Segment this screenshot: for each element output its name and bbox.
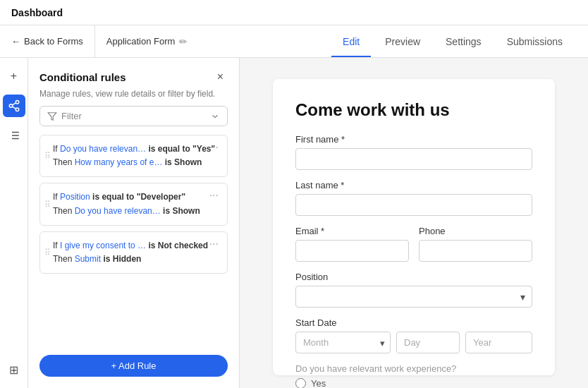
tab-submissions[interactable]: Submissions	[496, 25, 574, 57]
phone-group: Phone	[419, 226, 532, 262]
start-date-group: Start Date Month ▾ Day	[295, 317, 532, 353]
svg-marker-11	[48, 112, 56, 120]
share-button[interactable]	[3, 95, 25, 117]
edit-pencil-icon[interactable]: ✏	[179, 36, 188, 47]
rules-panel-description: Manage rules, view rule details or filte…	[28, 89, 239, 106]
month-select-wrapper: Month ▾	[295, 332, 391, 353]
rule-text: If Position is equal to "Developer" Then…	[53, 190, 220, 217]
rule-text: If Do you have relevan… is equal to "Yes…	[53, 143, 220, 169]
svg-point-2	[16, 108, 19, 111]
rules-panel-title: Conditional rules	[39, 71, 126, 83]
email-phone-row: Email * Phone	[295, 226, 532, 262]
email-input[interactable]	[295, 240, 409, 262]
list-button[interactable]	[3, 124, 25, 147]
position-select-wrapper: ▾	[295, 286, 532, 308]
first-name-group: First name *	[295, 134, 532, 170]
back-to-forms-link[interactable]: ← Back to Forms	[0, 25, 95, 57]
yes-radio[interactable]	[295, 378, 306, 388]
form-preview-area: Come work with us First name * Last name…	[240, 58, 588, 388]
filter-icon	[47, 111, 57, 121]
phone-input[interactable]	[419, 240, 532, 262]
date-row: Month ▾ Day Year	[295, 332, 532, 353]
position-group: Position ▾	[295, 272, 532, 308]
svg-line-3	[12, 107, 16, 109]
filter-placeholder: Filter	[61, 111, 206, 121]
experience-group: Do you have relevant work experience? Ye…	[295, 363, 532, 388]
rule-text: If I give my consent to … is Not checked…	[53, 239, 220, 266]
last-name-group: Last name *	[295, 180, 532, 216]
icon-sidebar: + ⊞	[0, 58, 28, 388]
tab-preview[interactable]: Preview	[374, 25, 431, 57]
drag-handle-icon[interactable]: ⠿	[44, 248, 51, 257]
rule-card: ⠿ ··· If Do you have relevan… is equal t…	[39, 135, 228, 177]
add-element-button[interactable]: +	[3, 65, 25, 87]
experience-radio-group: Yes No	[295, 378, 532, 388]
svg-point-1	[9, 104, 13, 108]
month-select[interactable]: Month	[295, 332, 391, 353]
form-name-label: Application Form	[106, 36, 176, 47]
experience-question-label: Do you have relevant work experience?	[295, 363, 532, 374]
add-rule-button[interactable]: + Add Rule	[39, 355, 228, 377]
back-to-forms-label: Back to Forms	[24, 36, 83, 47]
first-name-label: First name *	[295, 134, 532, 145]
tab-settings[interactable]: Settings	[434, 25, 493, 57]
drag-handle-icon[interactable]: ⠿	[44, 151, 51, 161]
dashboard-title: Dashboard	[11, 7, 63, 18]
rules-panel: Conditional rules × Manage rules, view r…	[28, 58, 240, 388]
start-date-label: Start Date	[295, 317, 532, 328]
phone-label: Phone	[419, 226, 532, 236]
day-select[interactable]: Day	[396, 332, 460, 353]
filter-chevron-icon	[210, 111, 220, 121]
last-name-input[interactable]	[295, 194, 532, 216]
position-label: Position	[295, 272, 532, 282]
rule-more-button[interactable]: ···	[207, 141, 221, 154]
rule-more-button[interactable]: ···	[207, 238, 221, 250]
drag-handle-icon[interactable]: ⠿	[44, 200, 51, 210]
close-rules-panel-button[interactable]: ×	[213, 69, 228, 85]
grid-button[interactable]: ⊞	[3, 358, 25, 381]
back-arrow-icon: ←	[11, 36, 20, 47]
year-select-wrapper: Year	[465, 332, 532, 353]
tab-edit[interactable]: Edit	[331, 25, 371, 57]
last-name-label: Last name *	[295, 180, 532, 190]
rule-card: ⠿ ··· If Position is equal to "Developer…	[39, 183, 228, 225]
year-select[interactable]: Year	[465, 332, 532, 353]
yes-label: Yes	[311, 378, 326, 388]
svg-line-4	[12, 103, 16, 105]
email-group: Email *	[295, 226, 409, 262]
rule-card: ⠿ ··· If I give my consent to … is Not c…	[39, 231, 228, 274]
position-select[interactable]	[295, 286, 532, 308]
rule-more-button[interactable]: ···	[207, 189, 221, 202]
rules-list: ⠿ ··· If Do you have relevan… is equal t…	[28, 135, 239, 346]
filter-input[interactable]: Filter	[39, 106, 228, 126]
email-label: Email *	[295, 226, 409, 236]
day-select-wrapper: Day	[396, 332, 460, 353]
form-card: Come work with us First name * Last name…	[273, 79, 555, 375]
form-title: Come work with us	[295, 100, 532, 120]
svg-point-0	[16, 101, 19, 104]
yes-option[interactable]: Yes	[295, 378, 532, 388]
first-name-input[interactable]	[295, 148, 532, 170]
